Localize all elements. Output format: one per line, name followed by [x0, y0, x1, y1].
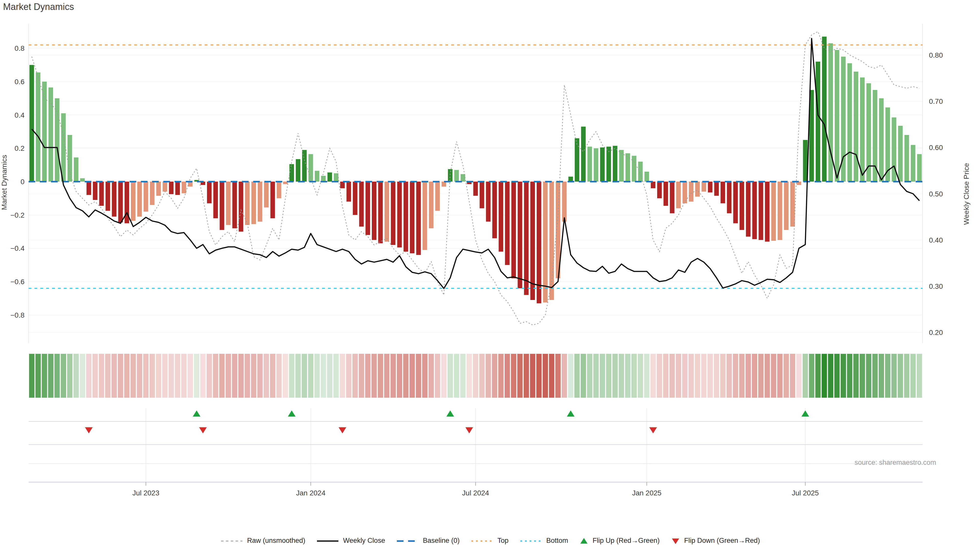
left-axis-title: Market Dynamics — [0, 155, 8, 210]
svg-text:−0.8: −0.8 — [11, 311, 24, 319]
legend-item-5: Flip Up (Red→Green) — [579, 537, 660, 545]
legend-label: Flip Down (Green→Red) — [684, 537, 760, 545]
svg-text:Market Dynamics: Market Dynamics — [0, 155, 8, 210]
svg-text:−0.2: −0.2 — [11, 211, 24, 219]
flip-down-markers — [85, 427, 657, 433]
legend-item-0: Raw (unsmoothed) — [220, 537, 305, 545]
right-axis-tick-labels: 0.800.700.600.500.400.300.20 — [929, 51, 943, 337]
chart-legend: Raw (unsmoothed)Weekly CloseBaseline (0)… — [0, 537, 980, 545]
legend-label: Baseline (0) — [423, 537, 460, 545]
svg-text:Jul 2023: Jul 2023 — [132, 489, 159, 497]
left-axis-tick-labels: 0.80.60.40.20−0.2−0.4−0.6−0.8 — [11, 44, 24, 319]
svg-text:0: 0 — [21, 178, 24, 186]
svg-text:Jul 2024: Jul 2024 — [462, 489, 489, 497]
lane-month-gridlines — [146, 408, 805, 482]
legend-label: Top — [497, 537, 509, 545]
svg-text:0.20: 0.20 — [929, 329, 943, 337]
svg-text:−0.4: −0.4 — [11, 245, 24, 252]
dynamics-bars — [29, 37, 921, 303]
svg-text:0.40: 0.40 — [929, 236, 943, 244]
svg-text:0.6: 0.6 — [14, 78, 24, 86]
flip-up-markers — [192, 410, 809, 416]
legend-label: Bottom — [546, 537, 568, 545]
legend-label: Weekly Close — [343, 537, 385, 545]
source-note: source: sharemaestro.com — [854, 459, 936, 467]
svg-text:0.4: 0.4 — [14, 111, 24, 119]
svg-text:0.60: 0.60 — [929, 144, 943, 151]
x-axis-ticks: Jul 2023Jan 2024Jul 2024Jan 2025Jul 2025 — [132, 482, 819, 497]
svg-text:0.30: 0.30 — [929, 283, 943, 290]
heatmap-strip — [29, 354, 922, 398]
legend-item-3: Top — [470, 537, 509, 545]
dot-orange-icon — [470, 538, 494, 544]
legend-item-2: Baseline (0) — [396, 537, 460, 545]
dot-cyan-icon — [519, 538, 543, 544]
tri-down-icon — [670, 538, 681, 544]
market-dynamics-chart: Jul 2023Jan 2024Jul 2024Jan 2025Jul 2025… — [0, 0, 980, 551]
svg-text:0.8: 0.8 — [14, 44, 24, 52]
svg-text:0.2: 0.2 — [14, 144, 24, 152]
solid-black-icon — [316, 538, 339, 544]
legend-label: Raw (unsmoothed) — [247, 537, 305, 545]
dash-gray-icon — [220, 538, 243, 544]
svg-text:0.80: 0.80 — [929, 51, 943, 59]
chart-area: Jul 2023Jan 2024Jul 2024Jan 2025Jul 2025… — [0, 0, 980, 551]
legend-label: Flip Up (Red→Green) — [593, 537, 660, 545]
svg-text:−0.6: −0.6 — [11, 278, 24, 286]
svg-text:0.50: 0.50 — [929, 190, 943, 198]
weekly-close-line — [32, 38, 919, 289]
svg-text:Jan 2025: Jan 2025 — [632, 489, 662, 497]
legend-item-4: Bottom — [519, 537, 568, 545]
market-dynamics-page: Market Dynamics Jul 2023Jan 2024Jul 2024… — [0, 0, 980, 551]
dash-blue-icon — [396, 538, 419, 544]
svg-text:0.70: 0.70 — [929, 97, 943, 105]
legend-item-6: Flip Down (Green→Red) — [670, 537, 760, 545]
legend-item-1: Weekly Close — [316, 537, 385, 545]
svg-text:Weekly Close Price: Weekly Close Price — [963, 163, 970, 225]
svg-text:Jan 2024: Jan 2024 — [296, 489, 325, 497]
tri-up-icon — [579, 538, 589, 544]
right-axis-title: Weekly Close Price — [963, 163, 970, 225]
raw-line — [32, 32, 919, 325]
svg-text:Jul 2025: Jul 2025 — [792, 489, 819, 497]
